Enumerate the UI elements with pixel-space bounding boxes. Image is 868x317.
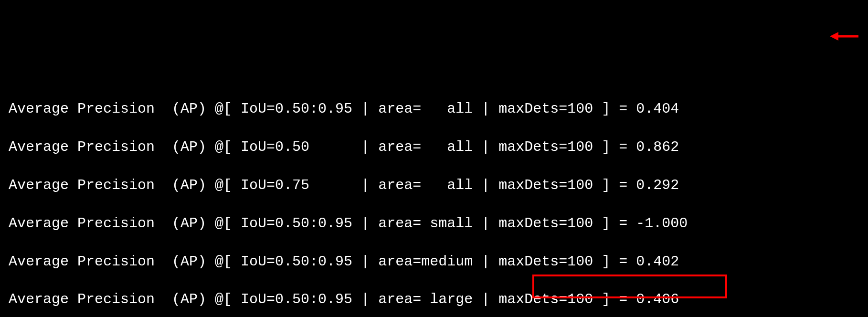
- terminal-output: Average Precision (AP) @[ IoU=0.50:0.95 …: [0, 81, 868, 317]
- metric-line-ap-medium: Average Precision (AP) @[ IoU=0.50:0.95 …: [0, 253, 868, 272]
- metric-line-ap-all-075: Average Precision (AP) @[ IoU=0.75 | are…: [0, 176, 868, 195]
- metric-line-ap-all-050-095: Average Precision (AP) @[ IoU=0.50:0.95 …: [0, 100, 868, 119]
- metric-line-ap-small: Average Precision (AP) @[ IoU=0.50:0.95 …: [0, 214, 868, 233]
- svg-marker-1: [830, 32, 838, 41]
- annotation-arrow-icon: [809, 5, 858, 51]
- metric-line-ap-large: Average Precision (AP) @[ IoU=0.50:0.95 …: [0, 290, 868, 309]
- metric-line-ap-all-050: Average Precision (AP) @[ IoU=0.50 | are…: [0, 138, 868, 157]
